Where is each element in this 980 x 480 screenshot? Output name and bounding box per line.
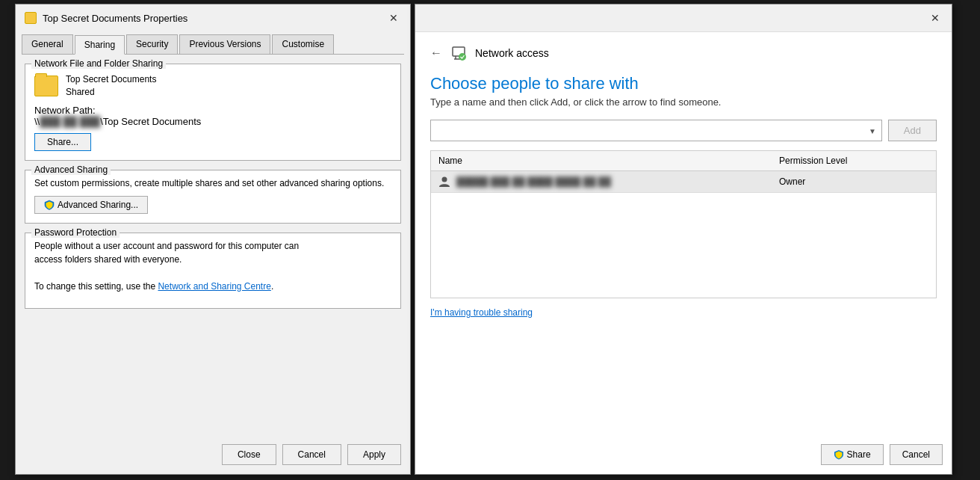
permissions-table: Name Permission Level █████ ███ ██ ████ … bbox=[430, 150, 937, 298]
password-protection-legend: Password Protection bbox=[31, 227, 120, 238]
col-permission-header: Permission Level bbox=[779, 156, 928, 166]
back-arrow-icon[interactable]: ← bbox=[430, 46, 442, 60]
user-permission: Owner bbox=[779, 176, 928, 187]
advanced-desc-text: Set custom permissions, create multiple … bbox=[34, 178, 384, 188]
advanced-sharing-legend: Advanced Sharing bbox=[31, 164, 111, 175]
advanced-sharing-description: Set custom permissions, create multiple … bbox=[34, 176, 391, 190]
table-row[interactable]: █████ ███ ██ ████ ████ ██ ██ Owner bbox=[431, 171, 936, 193]
svg-point-4 bbox=[459, 53, 466, 61]
close-icon-left[interactable]: ✕ bbox=[386, 10, 401, 25]
folder-row: Top Secret Documents Shared bbox=[34, 73, 391, 99]
network-access-header: ← Network access bbox=[415, 32, 952, 68]
tab-previous-versions[interactable]: Previous Versions bbox=[179, 34, 270, 54]
trouble-sharing-link[interactable]: I'm having trouble sharing bbox=[415, 298, 952, 327]
shield-icon bbox=[44, 200, 55, 210]
network-path-folder: \Top Secret Documents bbox=[100, 116, 201, 127]
folder-name: Top Secret Documents bbox=[66, 73, 156, 86]
tab-bar: General Sharing Security Previous Versio… bbox=[16, 31, 410, 54]
advanced-sharing-button[interactable]: Advanced Sharing... bbox=[34, 196, 148, 214]
cancel-button[interactable]: Cancel bbox=[282, 444, 341, 465]
choose-people-subtitle: Type a name and then click Add, or click… bbox=[415, 96, 952, 120]
network-access-dialog: ✕ ← Network access Choose people to shar… bbox=[415, 4, 952, 475]
password-description: People without a user account and passwo… bbox=[34, 239, 391, 293]
pwd-desc-line1: People without a user account and passwo… bbox=[34, 241, 299, 251]
table-header: Name Permission Level bbox=[431, 151, 936, 171]
cancel-footer-button[interactable]: Cancel bbox=[890, 444, 943, 465]
dialog-footer-right: Share Cancel bbox=[821, 444, 943, 465]
share-footer-button[interactable]: Share bbox=[821, 444, 884, 465]
network-path-host: ███ ██ ███ bbox=[40, 116, 100, 127]
close-icon-right[interactable]: ✕ bbox=[928, 10, 943, 25]
folder-icon bbox=[34, 76, 58, 96]
table-empty-area bbox=[431, 193, 936, 298]
folder-status: Shared bbox=[66, 86, 156, 99]
folder-info: Top Secret Documents Shared bbox=[66, 73, 156, 99]
name-input-wrapper: ▼ bbox=[430, 120, 882, 141]
name-input[interactable] bbox=[430, 120, 882, 141]
network-sharing-centre-link[interactable]: Network and Sharing Centre bbox=[158, 281, 270, 292]
pwd-desc-line3: To change this setting, use the bbox=[34, 281, 158, 292]
network-path-value: \\███ ██ ███\Top Secret Documents bbox=[34, 116, 391, 127]
network-file-sharing-section: Network File and Folder Sharing Top Secr… bbox=[25, 64, 401, 161]
pwd-desc-end: . bbox=[271, 281, 273, 292]
tab-sharing[interactable]: Sharing bbox=[75, 35, 125, 55]
advanced-btn-label: Advanced Sharing... bbox=[58, 200, 138, 210]
pwd-desc-line2: access folders shared with everyone. bbox=[34, 254, 182, 265]
network-access-icon bbox=[450, 44, 468, 62]
user-name: █████ ███ ██ ████ ████ ██ ██ bbox=[456, 176, 779, 187]
share-button[interactable]: Share... bbox=[34, 133, 91, 151]
add-button[interactable]: Add bbox=[888, 120, 937, 141]
tab-security[interactable]: Security bbox=[126, 34, 178, 54]
dropdown-arrow-icon[interactable]: ▼ bbox=[869, 126, 876, 135]
properties-dialog: Top Secret Documents Properties ✕ Genera… bbox=[15, 4, 411, 475]
password-protection-section: Password Protection People without a use… bbox=[25, 233, 401, 309]
titlebar-left: Top Secret Documents Properties ✕ bbox=[16, 4, 410, 31]
share-footer-label: Share bbox=[847, 449, 871, 460]
advanced-sharing-section: Advanced Sharing Set custom permissions,… bbox=[25, 170, 401, 224]
user-icon bbox=[438, 176, 450, 188]
network-file-sharing-legend: Network File and Folder Sharing bbox=[31, 58, 166, 69]
network-path-section: Network Path: \\███ ██ ███\Top Secret Do… bbox=[34, 105, 391, 127]
close-button[interactable]: Close bbox=[222, 444, 276, 465]
network-path-label: Network Path: bbox=[34, 105, 391, 116]
choose-people-title: Choose people to share with bbox=[415, 68, 952, 96]
col-name-header: Name bbox=[438, 156, 779, 166]
dialog-body: Network File and Folder Sharing Top Secr… bbox=[16, 55, 410, 318]
apply-button[interactable]: Apply bbox=[347, 444, 401, 465]
dialog-footer-left: Close Cancel Apply bbox=[222, 444, 401, 465]
tab-customise[interactable]: Customise bbox=[272, 34, 334, 54]
svg-point-5 bbox=[442, 177, 447, 182]
share-shield-icon bbox=[834, 449, 844, 460]
titlebar-right: ✕ bbox=[415, 4, 952, 32]
tab-general[interactable]: General bbox=[22, 34, 73, 54]
dialog-title-left: Top Secret Documents Properties bbox=[43, 13, 380, 24]
share-input-row: ▼ Add bbox=[415, 120, 952, 141]
folder-title-icon bbox=[25, 12, 37, 24]
network-access-title: Network access bbox=[475, 47, 549, 59]
